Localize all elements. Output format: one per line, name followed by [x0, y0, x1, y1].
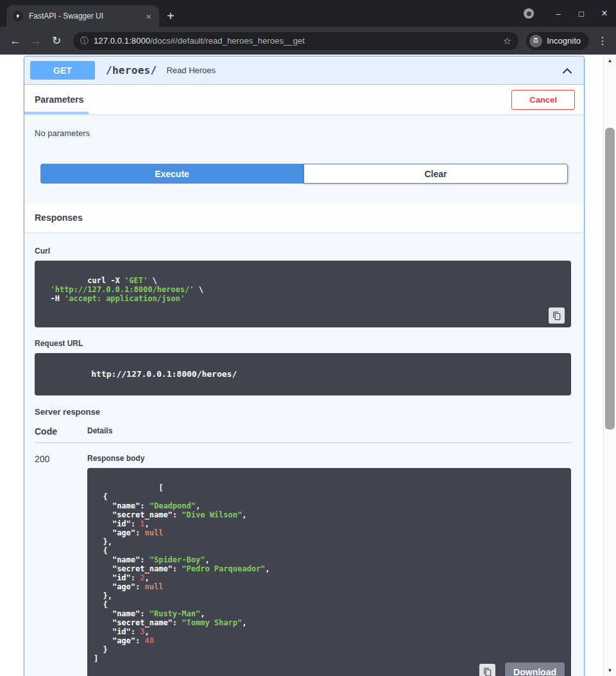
- request-url-code: http://127.0.0.1:8000/heroes/: [91, 369, 237, 379]
- fastapi-logo-icon: [13, 11, 23, 21]
- responses-body: Curl curl -X 'GET' \ 'http://127.0.0.1:8…: [24, 247, 584, 676]
- browser-tab[interactable]: FastAPI - Swagger UI ×: [6, 5, 159, 27]
- server-response-label: Server response: [35, 407, 571, 417]
- details-column-header: Details: [87, 426, 571, 437]
- swagger-page: GET /heroes/ Read Heroes Parameters Canc…: [0, 55, 616, 676]
- incognito-label: Incognito: [547, 36, 581, 46]
- curl-code: curl -X 'GET' \ 'http://127.0.0.1:8000/h…: [41, 276, 203, 303]
- response-body-code: [ { "name": "Deadpond", "secret_name": "…: [94, 483, 270, 664]
- url-path: /docs#/default/read_heroes_heroes__get: [150, 36, 305, 46]
- url-host: 127.0.0.1:8000: [94, 36, 150, 46]
- scrollbar-thumb[interactable]: [605, 128, 615, 429]
- tab-strip: FastAPI - Swagger UI × + – □ ×: [0, 0, 616, 27]
- cancel-button[interactable]: Cancel: [511, 90, 575, 110]
- response-body-block: [ { "name": "Deadpond", "secret_name": "…: [87, 468, 571, 676]
- tab-parameters[interactable]: Parameters: [24, 85, 83, 114]
- operation-path: /heroes/: [106, 64, 157, 76]
- response-table-header: Code Details: [35, 426, 571, 443]
- url-text: 127.0.0.1:8000/docs#/default/read_heroes…: [94, 36, 498, 46]
- bookmark-star-icon[interactable]: ☆: [503, 35, 511, 47]
- execute-wrapper: Execute Clear: [24, 138, 584, 203]
- incognito-icon: [529, 35, 542, 48]
- scroll-up-icon[interactable]: ▲: [604, 55, 616, 65]
- responses-title: Responses: [24, 212, 83, 223]
- copy-response-icon[interactable]: [479, 664, 495, 676]
- responses-header: Responses: [24, 203, 584, 232]
- curl-label: Curl: [35, 247, 571, 256]
- operation-summary: Read Heroes: [166, 65, 560, 75]
- status-code: 200: [35, 454, 87, 676]
- curl-block: curl -X 'GET' \ 'http://127.0.0.1:8000/h…: [35, 261, 571, 327]
- collapse-chevron-icon[interactable]: [560, 62, 575, 79]
- response-body-label: Response body: [87, 454, 571, 463]
- browser-window: FastAPI - Swagger UI × + – □ × ← → ↻ ⓘ 1…: [0, 0, 616, 676]
- new-tab-button[interactable]: +: [167, 10, 175, 22]
- reload-icon[interactable]: ↻: [47, 32, 65, 50]
- close-button[interactable]: ×: [593, 0, 616, 27]
- maximize-button[interactable]: □: [570, 0, 593, 27]
- minimize-button[interactable]: –: [547, 0, 570, 27]
- execute-button[interactable]: Execute: [40, 164, 304, 184]
- tab-close-icon[interactable]: ×: [144, 12, 153, 21]
- copy-curl-icon[interactable]: [549, 308, 565, 324]
- parameters-tab-label: Parameters: [35, 94, 83, 105]
- site-info-icon[interactable]: ⓘ: [80, 35, 89, 47]
- request-url-block: http://127.0.0.1:8000/heroes/: [35, 353, 571, 395]
- response-body-actions: Download: [479, 663, 565, 676]
- no-parameters-message: No parameters: [35, 128, 574, 138]
- active-tab-underline: [24, 112, 89, 114]
- response-row-200: 200 Response body [ { "name": "Deadpond"…: [35, 443, 571, 676]
- response-details: Response body [ { "name": "Deadpond", "s…: [87, 454, 571, 676]
- browser-menu-icon[interactable]: ⋮: [595, 35, 610, 47]
- method-badge: GET: [30, 61, 95, 80]
- window-controls: – □ ×: [524, 0, 616, 27]
- request-url-label: Request URL: [35, 339, 571, 348]
- parameters-header: Parameters Cancel: [24, 85, 584, 114]
- clear-button[interactable]: Clear: [304, 164, 568, 184]
- parameters-body: No parameters: [24, 114, 584, 138]
- address-bar[interactable]: ⓘ 127.0.0.1:8000/docs#/default/read_hero…: [73, 32, 518, 50]
- browser-update-icon[interactable]: [524, 8, 534, 19]
- back-icon[interactable]: ←: [6, 32, 24, 50]
- opblock-get-heroes: GET /heroes/ Read Heroes Parameters Canc…: [24, 56, 585, 676]
- page-scrollbar: ▲ ▼: [603, 55, 616, 676]
- opblock-summary[interactable]: GET /heroes/ Read Heroes: [24, 56, 584, 85]
- code-column-header: Code: [35, 426, 87, 437]
- scroll-down-icon[interactable]: ▼: [604, 665, 616, 675]
- download-button[interactable]: Download: [505, 663, 565, 676]
- incognito-badge: Incognito: [526, 32, 589, 50]
- forward-icon[interactable]: →: [27, 32, 45, 50]
- tab-title: FastAPI - Swagger UI: [29, 12, 139, 21]
- browser-toolbar: ← → ↻ ⓘ 127.0.0.1:8000/docs#/default/rea…: [0, 27, 616, 55]
